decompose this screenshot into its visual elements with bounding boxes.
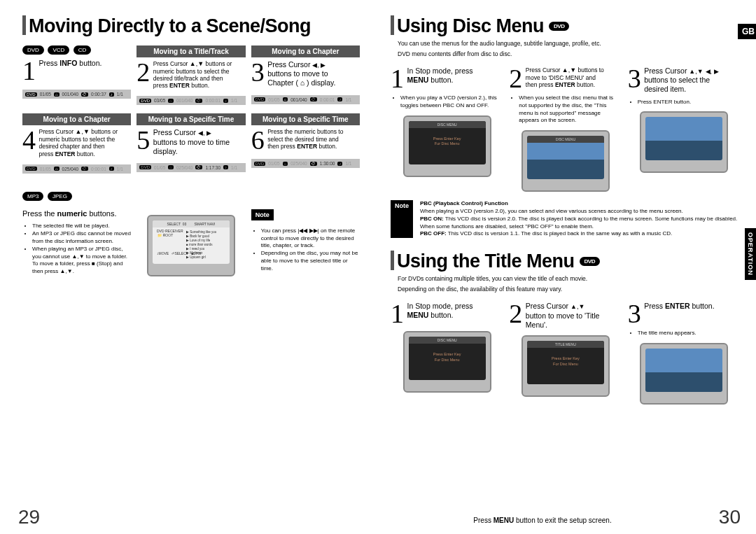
numeric-bullets: The selected file will be played. An MP3…: [22, 223, 131, 276]
titlem-b3: The title menu appears.: [638, 330, 741, 337]
hdr-specific-time-2: Moving to a Specific Time: [251, 113, 360, 125]
hdr-chapter-2: Moving to a Chapter: [22, 113, 131, 125]
disc-note-block: Note PBC (Playback Control) Function Whe…: [391, 200, 741, 238]
step4-text: Press Cursor ▲,▼ buttons or numeric butt…: [39, 128, 120, 157]
info-strip-6: DVD01/05 ⌂025/040 ⏱1:30:00 ♪1/1: [251, 159, 360, 168]
heading-disc-menu: Using Disc Menu DVD: [391, 15, 741, 37]
heading-title-menu: Using the Title Menu DVD: [391, 251, 741, 272]
page-number-right: 30: [719, 506, 741, 528]
titlem-step1-num: 1: [391, 302, 404, 325]
row-2: Moving to a Chapter 4 Press Cursor ▲,▼ b…: [22, 113, 360, 173]
titlem-step1-text: In Stop mode, press MENU button.: [407, 302, 484, 320]
badge-dvd: DVD: [22, 45, 44, 55]
step5-text: Press Cursor ◀, ▶ buttons to move to tim…: [153, 128, 230, 156]
titlem-step2-num: 2: [509, 302, 522, 325]
titlem-steps-row: 1 In Stop mode, press MENU button. DISC …: [391, 302, 741, 405]
page-right: GB OPERATION Using Disc Menu DVD You can…: [378, 0, 756, 534]
badge-jpeg: JPEG: [48, 192, 72, 201]
tv-disc-2: DISC MENU: [522, 130, 610, 192]
badge-cd: CD: [74, 45, 92, 55]
section-tab-operation: OPERATION: [745, 228, 756, 280]
disc-step1-num: 1: [391, 66, 404, 90]
note-label-left: Note: [251, 209, 274, 220]
step3-text: Press Cursor ◀, ▶ buttons to move to Cha…: [267, 60, 344, 88]
badge-vcd: VCD: [48, 45, 69, 55]
titlem-step2-text: Press Cursor ▲,▼ button to move to 'Titl…: [526, 302, 603, 330]
note-bullets-left: You can press |◀◀ ▶▶| on the remote cont…: [251, 227, 360, 273]
disc-b2: When you select the disc menu that is no…: [519, 94, 622, 125]
step-number-3: 3: [251, 60, 265, 84]
badge-dvd-title: DVD: [580, 257, 600, 266]
row-1: DVD VCD CD 1 Press INFO button. DVD01/05…: [22, 45, 360, 105]
step-number-4: 4: [22, 128, 36, 152]
disc-step3-num: 3: [628, 66, 641, 90]
disc-b1: When you play a VCD (version 2.), this t…: [400, 94, 503, 110]
note-label-disc: Note: [391, 200, 413, 238]
info-strip-5: DVD01/05 ⌂025/040 ⏱1:17:30 ♪1/1: [136, 163, 245, 172]
step2-text: Press Cursor ▲,▼ buttons or numeric butt…: [153, 60, 234, 89]
step6-text: Press the numeric buttons to select the …: [267, 128, 348, 150]
disc-step2-num: 2: [509, 66, 522, 90]
region-badge: GB: [738, 24, 756, 39]
tv-disc-1: DISC MENU Press Enter KeyFor Disc Menu: [403, 115, 491, 177]
badge-dvd-disc: DVD: [549, 22, 569, 31]
info-strip-4: DVD01/05 ⌂025/040 ⏱0:00:01 ♪1/1: [22, 164, 131, 174]
hdr-title-track: Moving to a Title/Track: [136, 45, 245, 57]
disc-b3: Press ENTER button.: [638, 99, 741, 106]
step-number-6: 6: [251, 128, 265, 152]
page-left: Moving Directly to a Scene/Song DVD VCD …: [0, 0, 378, 534]
tv-disc-3: [640, 111, 728, 173]
step-numeric-text: Press the numeric buttons.: [22, 209, 117, 219]
disc-step3-text: Press Cursor ▲,▼ ◀, ▶ buttons to select …: [644, 66, 721, 94]
badge-mp3: MP3: [22, 192, 43, 201]
disc-steps-row: 1 In Stop mode, press MENU button. When …: [391, 66, 741, 192]
disc-step2-text: Press Cursor ▲,▼ buttons to move to 'DIS…: [526, 66, 606, 88]
step-number-2: 2: [136, 60, 150, 84]
titlem-sub2: Depending on the disc, the availability …: [398, 286, 741, 293]
tv-title-3: [640, 343, 728, 405]
info-strip-2: DVD03/05 ⌂001/040 ⏱0:00:01 ♪1/1: [136, 96, 245, 105]
tv-title-1: DISC MENU Press Enter KeyFor Disc Menu: [403, 331, 491, 393]
disc-step1-text: In Stop mode, press MENU button.: [407, 66, 484, 85]
titlem-step3-num: 3: [628, 302, 641, 325]
row-3: Press the numeric buttons. The selected …: [22, 209, 360, 276]
titlem-sub1: For DVDs containing multiple titles, you…: [398, 275, 741, 283]
step-number-1: 1: [22, 59, 36, 83]
disc-sub2: DVD menu contents differ from disc to di…: [398, 50, 741, 58]
tv-mp3-list: SELECT 03 SMART NAVI DVD RECEIVER 📁 ROOT…: [147, 215, 235, 276]
step1-text: Press INFO button.: [39, 59, 102, 68]
page-number-left: 29: [18, 506, 40, 528]
hdr-specific-time-1: Moving to a Specific Time: [136, 113, 245, 125]
info-strip-3: DVD01/05 ⌂001/040 ⏱0:00:01 ♪1/1: [251, 95, 360, 104]
disc-sub1: You can use the menus for the audio lang…: [398, 40, 741, 48]
tv-title-2: TITLE MENU Press Enter KeyFor Disc Menu: [522, 335, 610, 397]
heading-scene-song: Moving Directly to a Scene/Song: [22, 15, 360, 37]
info-strip-1: DVD01/05 ⌂001/040 ⏱0:00:37 ♪1/1: [22, 90, 131, 99]
footer-note: Press MENU button to exit the setup scre…: [378, 517, 707, 524]
titlem-step3-text: Press ENTER button.: [644, 302, 714, 311]
hdr-chapter-1: Moving to a Chapter: [251, 45, 360, 57]
step-number-5: 5: [136, 128, 150, 152]
